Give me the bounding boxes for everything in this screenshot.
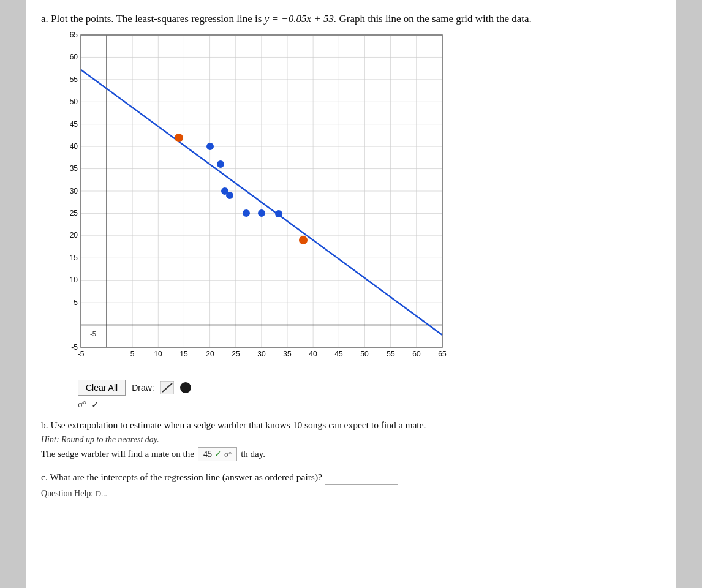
y-label-40: 40 bbox=[70, 142, 78, 151]
y-label-10: 10 bbox=[70, 276, 78, 284]
sigma-symbol: σ° bbox=[78, 399, 86, 410]
draw-label: Draw: bbox=[132, 383, 154, 393]
answer-box[interactable]: 45 ✓ σ° bbox=[198, 447, 237, 461]
part-c-label: c. bbox=[41, 472, 48, 482]
data-point-6 bbox=[243, 209, 250, 217]
x-label-65: 65 bbox=[438, 350, 447, 358]
y-label-25: 25 bbox=[70, 209, 78, 217]
data-point-7 bbox=[258, 209, 265, 217]
regression-equation: y = −0.85x + 53. bbox=[265, 13, 337, 24]
y-label-55: 55 bbox=[70, 75, 78, 84]
question-help-label: Question Help: bbox=[41, 489, 93, 498]
x-label-neg5: -5 bbox=[78, 350, 85, 358]
x-label-10: 10 bbox=[154, 350, 162, 358]
x-label-25: 25 bbox=[232, 350, 240, 358]
part-b-label: b. bbox=[41, 420, 48, 430]
x-label-45: 45 bbox=[334, 350, 343, 358]
data-point-orange-2 bbox=[299, 236, 308, 244]
part-c-text: c. What are the intercepts of the regres… bbox=[41, 470, 661, 485]
part-c-description: What are the intercepts of the regressio… bbox=[50, 472, 322, 482]
part-b-description: Use extrapolation to estimate when a sed… bbox=[51, 420, 426, 430]
x-label-30: 30 bbox=[257, 350, 266, 358]
data-point-orange-1 bbox=[175, 134, 183, 142]
question-help: Question Help: D... bbox=[41, 489, 661, 499]
part-a-suffix: Graph this line on the same grid with th… bbox=[339, 13, 531, 24]
clear-all-button[interactable]: Clear All bbox=[78, 380, 126, 396]
part-c-answer-input[interactable] bbox=[325, 472, 398, 485]
question-help-icon[interactable]: D... bbox=[96, 489, 107, 498]
page-container: a. Plot the points. The least-squares re… bbox=[26, 0, 676, 588]
part-b-text: b. Use extrapolation to estimate when a … bbox=[41, 418, 592, 433]
y-label-30: 30 bbox=[70, 187, 78, 195]
data-point-2 bbox=[206, 143, 214, 150]
x-label-neg5-below: -5 bbox=[90, 330, 96, 337]
y-label-15: 15 bbox=[70, 254, 78, 262]
check-icon: ✓ bbox=[91, 399, 99, 410]
y-label-35: 35 bbox=[70, 164, 78, 173]
part-a-text: a. Plot the points. The least-squares re… bbox=[41, 11, 661, 27]
y-label-45: 45 bbox=[70, 120, 78, 129]
x-label-20: 20 bbox=[206, 350, 214, 358]
draw-line-icon[interactable] bbox=[160, 381, 174, 394]
x-label-5: 5 bbox=[130, 350, 135, 358]
part-b-answer: The sedge warbler will find a mate on th… bbox=[41, 447, 661, 461]
answer-check-mark: ✓ bbox=[214, 449, 222, 459]
x-label-50: 50 bbox=[360, 350, 369, 358]
x-label-55: 55 bbox=[387, 350, 395, 358]
answer-value: 45 bbox=[203, 450, 212, 459]
x-label-35: 35 bbox=[283, 350, 292, 358]
answer-prefix: The sedge warbler will find a mate on th… bbox=[41, 449, 194, 459]
graph-svg: 65 60 55 50 45 40 35 30 25 20 15 10 5 -5… bbox=[47, 32, 451, 375]
x-label-15: 15 bbox=[179, 350, 188, 358]
y-label-60: 60 bbox=[70, 53, 78, 61]
graph-area: 65 60 55 50 45 40 35 30 25 20 15 10 5 -5… bbox=[47, 32, 451, 375]
y-label-5: 5 bbox=[74, 298, 78, 307]
part-a-label: a. bbox=[41, 13, 48, 24]
y-label-20: 20 bbox=[70, 231, 78, 239]
answer-suffix: th day. bbox=[241, 449, 265, 459]
data-point-8 bbox=[275, 210, 282, 217]
sigma-row: σ° ✓ bbox=[78, 399, 661, 410]
x-label-60: 60 bbox=[412, 350, 421, 358]
toolbar: Clear All Draw: bbox=[78, 380, 661, 396]
x-label-40: 40 bbox=[309, 350, 317, 358]
hint-text: Hint: Round up to the nearest day. bbox=[41, 435, 661, 445]
data-point-5 bbox=[226, 192, 233, 199]
y-label-50: 50 bbox=[70, 97, 78, 106]
data-point-3 bbox=[217, 160, 224, 168]
answer-sigma: σ° bbox=[224, 450, 232, 459]
draw-dot-icon[interactable] bbox=[180, 382, 191, 393]
y-label-65: 65 bbox=[70, 32, 78, 39]
part-a-description: Plot the points. The least-squares regre… bbox=[51, 13, 262, 24]
